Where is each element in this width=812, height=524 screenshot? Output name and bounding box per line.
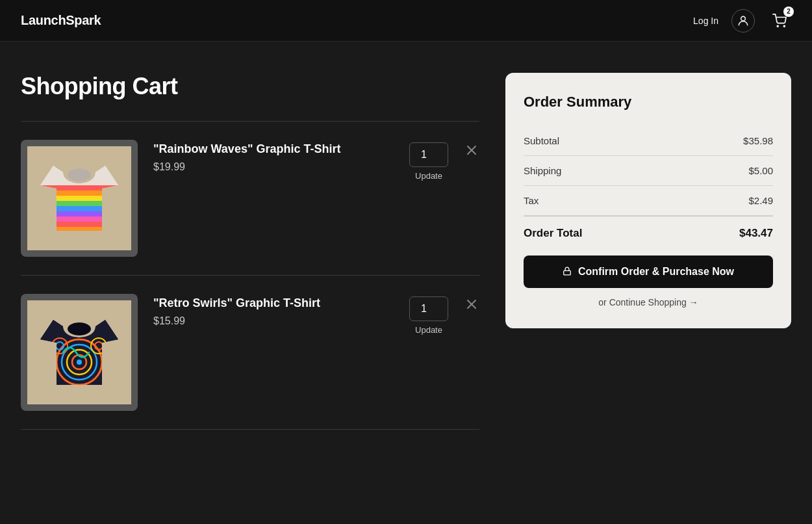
continue-shopping-link[interactable]: or Continue Shopping → xyxy=(524,297,773,308)
navbar: LaunchSpark Log In 2 xyxy=(0,0,812,42)
order-total-label: Order Total xyxy=(524,227,582,240)
item-2-quantity-section: Update xyxy=(409,296,448,335)
svg-point-0 xyxy=(741,16,746,21)
svg-rect-31 xyxy=(564,270,571,274)
item-2-quantity-input[interactable] xyxy=(409,296,448,321)
cart-icon-wrapper[interactable]: 2 xyxy=(768,9,791,33)
shipping-label: Shipping xyxy=(524,165,561,176)
item-2-remove-button[interactable] xyxy=(464,296,479,314)
order-summary-box: Order Summary Subtotal $35.98 Shipping $… xyxy=(505,73,791,328)
order-total-row: Order Total $43.47 xyxy=(524,216,773,253)
cart-items-section: Shopping Cart xyxy=(21,73,479,430)
svg-point-23 xyxy=(77,360,82,365)
item-1-update-button[interactable]: Update xyxy=(415,171,442,181)
tax-row: Tax $2.49 xyxy=(524,186,773,216)
item-2-details: "Retro Swirls" Graphic T-Shirt $15.99 xyxy=(153,294,394,327)
checkout-label: Confirm Order & Purchase Now xyxy=(578,266,734,278)
item-1-price: $19.99 xyxy=(153,161,394,173)
svg-point-28 xyxy=(68,322,91,335)
item-2-update-button[interactable]: Update xyxy=(415,325,442,335)
svg-point-1 xyxy=(777,25,778,27)
table-row: "Retro Swirls" Graphic T-Shirt $15.99 Up… xyxy=(21,276,479,430)
brand-logo[interactable]: LaunchSpark xyxy=(21,13,101,28)
item-1-quantity-input[interactable] xyxy=(409,142,448,167)
subtotal-value: $35.98 xyxy=(743,135,773,146)
item-1-details: "Rainbow Waves" Graphic T-Shirt $19.99 xyxy=(153,140,394,173)
shipping-value: $5.00 xyxy=(748,165,773,176)
item-1-remove-button[interactable] xyxy=(464,142,479,160)
lock-icon xyxy=(563,267,572,278)
order-summary-panel: Order Summary Subtotal $35.98 Shipping $… xyxy=(505,73,791,328)
item-2-price: $15.99 xyxy=(153,315,394,327)
svg-point-2 xyxy=(783,25,785,27)
order-total-value: $43.47 xyxy=(739,227,773,240)
item-2-image xyxy=(21,294,138,411)
svg-point-14 xyxy=(68,168,91,181)
item-1-quantity-section: Update xyxy=(409,142,448,181)
page-title: Shopping Cart xyxy=(21,73,479,100)
table-row: "Rainbow Waves" Graphic T-Shirt $19.99 U… xyxy=(21,122,479,276)
main-content: Shopping Cart xyxy=(0,42,812,461)
user-account-icon[interactable] xyxy=(731,9,755,33)
tax-label: Tax xyxy=(524,195,539,206)
subtotal-label: Subtotal xyxy=(524,135,559,146)
shipping-row: Shipping $5.00 xyxy=(524,156,773,186)
item-2-name: "Retro Swirls" Graphic T-Shirt xyxy=(153,296,394,310)
navbar-actions: Log In 2 xyxy=(693,9,791,33)
checkout-button[interactable]: Confirm Order & Purchase Now xyxy=(524,255,773,288)
item-1-image xyxy=(21,140,138,257)
subtotal-row: Subtotal $35.98 xyxy=(524,126,773,156)
login-button[interactable]: Log In xyxy=(693,16,718,26)
order-summary-title: Order Summary xyxy=(524,94,773,111)
tax-value: $2.49 xyxy=(748,195,773,206)
item-1-name: "Rainbow Waves" Graphic T-Shirt xyxy=(153,142,394,156)
cart-badge: 2 xyxy=(783,7,794,17)
